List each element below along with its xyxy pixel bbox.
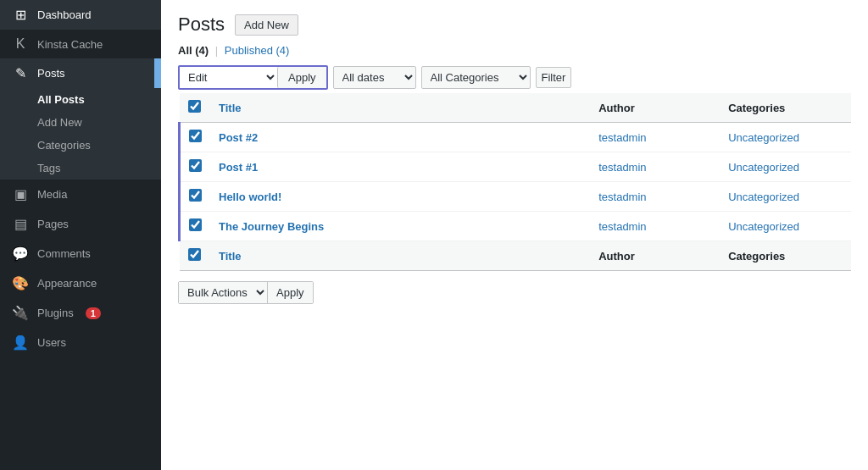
sidebar-item-label: Plugins bbox=[37, 307, 74, 319]
sidebar-item-label: Media bbox=[37, 188, 67, 201]
posts-icon: ✎ bbox=[12, 65, 29, 81]
row-author-cell: testadmin bbox=[590, 182, 720, 212]
filter-button[interactable]: Filter bbox=[536, 67, 572, 88]
sidebar-item-pages[interactable]: ▤ Pages bbox=[0, 209, 161, 239]
row-categories-cell: Uncategorized bbox=[720, 152, 851, 182]
dates-filter-select[interactable]: All dates bbox=[333, 66, 416, 89]
post-title-link[interactable]: Post #2 bbox=[219, 131, 258, 144]
row-categories-cell: Uncategorized bbox=[720, 182, 851, 212]
post-title-link[interactable]: Post #1 bbox=[219, 161, 258, 174]
pages-icon: ▤ bbox=[12, 216, 29, 232]
th-categories: Categories bbox=[720, 93, 851, 123]
th-title: Title bbox=[210, 93, 590, 123]
main-content: Posts Add New All (4) | Published (4) Ed… bbox=[161, 0, 868, 470]
row-checkbox-cell bbox=[180, 212, 211, 241]
table-row: Post #2 testadmin Uncategorized bbox=[180, 123, 852, 152]
row-author-cell: testadmin bbox=[590, 212, 720, 241]
tf-title-link[interactable]: Title bbox=[219, 250, 242, 263]
dashboard-icon: ⊞ bbox=[12, 7, 29, 23]
sidebar-item-media[interactable]: ▣ Media bbox=[0, 180, 161, 209]
bulk-actions-top-group: Edit Move to Trash Apply bbox=[178, 65, 328, 90]
author-link[interactable]: testadmin bbox=[598, 191, 646, 203]
row-checkbox-cell bbox=[180, 152, 211, 182]
row-checkbox[interactable] bbox=[189, 159, 202, 172]
sidebar-item-label: Kinsta Cache bbox=[37, 38, 103, 51]
tf-checkbox bbox=[180, 241, 211, 271]
select-all-checkbox-top[interactable] bbox=[188, 100, 201, 113]
posts-submenu: All Posts Add New Categories Tags bbox=[0, 88, 161, 180]
author-link[interactable]: testadmin bbox=[598, 220, 646, 233]
filter-all-link[interactable]: All (4) bbox=[178, 44, 209, 57]
row-author-cell: testadmin bbox=[590, 152, 720, 182]
bulk-actions-bottom-group: Bulk Actions Apply bbox=[178, 281, 314, 304]
row-author-cell: testadmin bbox=[590, 123, 720, 152]
sidebar-item-posts[interactable]: ✎ Posts bbox=[0, 58, 161, 88]
sidebar-item-label: Posts bbox=[37, 67, 65, 80]
posts-tbody: Post #2 testadmin Uncategorized Post #1 … bbox=[180, 123, 852, 241]
bulk-actions-top-select[interactable]: Edit Move to Trash bbox=[180, 67, 277, 88]
tablenav-bottom: Bulk Actions Apply bbox=[178, 276, 851, 304]
bulk-actions-bottom-select[interactable]: Bulk Actions bbox=[179, 282, 267, 303]
row-checkbox[interactable] bbox=[189, 189, 202, 202]
tf-title: Title bbox=[210, 241, 590, 271]
apply-top-button[interactable]: Apply bbox=[277, 67, 326, 88]
sidebar-item-comments[interactable]: 💬 Comments bbox=[0, 239, 161, 268]
filter-published-count: (4) bbox=[275, 44, 289, 57]
category-link[interactable]: Uncategorized bbox=[728, 191, 799, 203]
filter-published-link[interactable]: Published (4) bbox=[225, 44, 290, 57]
row-title-cell: Post #1 bbox=[210, 152, 590, 182]
add-new-button[interactable]: Add New bbox=[235, 14, 298, 36]
apply-bottom-button[interactable]: Apply bbox=[267, 282, 313, 303]
sidebar-item-plugins[interactable]: 🔌 Plugins 1 bbox=[0, 298, 161, 328]
row-checkbox[interactable] bbox=[189, 218, 202, 231]
filter-links: All (4) | Published (4) bbox=[178, 44, 851, 57]
category-link[interactable]: Uncategorized bbox=[728, 161, 799, 174]
category-link[interactable]: Uncategorized bbox=[728, 131, 799, 144]
th-title-link[interactable]: Title bbox=[219, 102, 242, 114]
sidebar: ⊞ Dashboard K Kinsta Cache ✎ Posts All P… bbox=[0, 0, 161, 470]
sidebar-item-label: Users bbox=[37, 336, 66, 349]
page-header: Posts Add New bbox=[178, 14, 851, 36]
categories-filter-select[interactable]: All Categories bbox=[421, 66, 531, 89]
sidebar-item-label: Pages bbox=[37, 218, 69, 230]
post-title-link[interactable]: The Journey Begins bbox=[219, 220, 324, 233]
page-title: Posts bbox=[178, 14, 225, 36]
row-title-cell: Hello world! bbox=[210, 182, 590, 212]
select-all-checkbox-bottom[interactable] bbox=[188, 248, 201, 261]
tf-author: Author bbox=[590, 241, 720, 271]
filter-all-count: (4) bbox=[195, 44, 209, 57]
post-title-link[interactable]: Hello world! bbox=[219, 191, 281, 203]
sidebar-item-kinsta-cache[interactable]: K Kinsta Cache bbox=[0, 30, 161, 58]
row-checkbox[interactable] bbox=[189, 130, 202, 142]
th-checkbox bbox=[180, 93, 211, 123]
users-icon: 👤 bbox=[12, 335, 29, 351]
sidebar-item-users[interactable]: 👤 Users bbox=[0, 328, 161, 357]
table-header-row: Title Author Categories bbox=[180, 93, 852, 123]
media-icon: ▣ bbox=[12, 186, 29, 202]
plugins-icon: 🔌 bbox=[12, 305, 29, 321]
sidebar-subitem-all-posts[interactable]: All Posts bbox=[0, 88, 161, 111]
row-checkbox-cell bbox=[180, 182, 211, 212]
tf-categories: Categories bbox=[720, 241, 851, 271]
row-categories-cell: Uncategorized bbox=[720, 212, 851, 241]
table-row: The Journey Begins testadmin Uncategoriz… bbox=[180, 212, 852, 241]
sidebar-item-label: Comments bbox=[37, 247, 91, 260]
sidebar-subitem-categories[interactable]: Categories bbox=[0, 134, 161, 157]
category-link[interactable]: Uncategorized bbox=[728, 220, 799, 233]
table-footer-row: Title Author Categories bbox=[180, 241, 852, 271]
sidebar-item-label: Appearance bbox=[37, 277, 97, 290]
sidebar-subitem-add-new[interactable]: Add New bbox=[0, 111, 161, 134]
th-author: Author bbox=[590, 93, 720, 123]
posts-table: Title Author Categories Post #2 testadmi… bbox=[178, 93, 851, 271]
comments-icon: 💬 bbox=[12, 246, 29, 262]
table-row: Hello world! testadmin Uncategorized bbox=[180, 182, 852, 212]
sidebar-item-dashboard[interactable]: ⊞ Dashboard bbox=[0, 0, 161, 30]
sidebar-subitem-tags[interactable]: Tags bbox=[0, 157, 161, 180]
sidebar-item-appearance[interactable]: 🎨 Appearance bbox=[0, 268, 161, 298]
sidebar-item-label: Dashboard bbox=[37, 8, 92, 21]
author-link[interactable]: testadmin bbox=[598, 131, 646, 144]
kinsta-icon: K bbox=[12, 36, 29, 52]
author-link[interactable]: testadmin bbox=[598, 161, 646, 174]
row-title-cell: Post #2 bbox=[210, 123, 590, 152]
row-checkbox-cell bbox=[180, 123, 211, 152]
